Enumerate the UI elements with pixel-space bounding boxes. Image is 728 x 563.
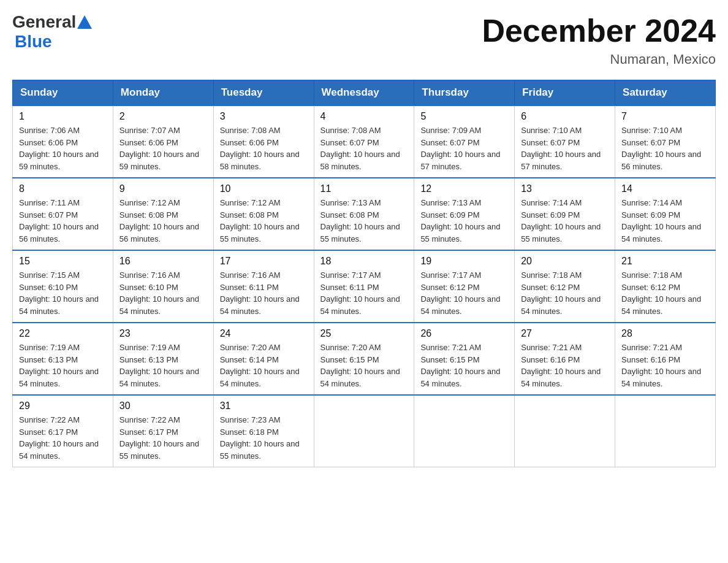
calendar-cell: 24Sunrise: 7:20 AMSunset: 6:14 PMDayligh… <box>213 323 314 395</box>
calendar-cell: 29Sunrise: 7:22 AMSunset: 6:17 PMDayligh… <box>13 395 113 467</box>
day-info: Sunrise: 7:17 AMSunset: 6:11 PMDaylight:… <box>320 269 408 317</box>
day-info: Sunrise: 7:08 AMSunset: 6:07 PMDaylight:… <box>320 124 408 172</box>
day-info: Sunrise: 7:21 AMSunset: 6:16 PMDaylight:… <box>521 342 609 389</box>
day-number: 9 <box>119 183 207 194</box>
calendar-cell: 15Sunrise: 7:15 AMSunset: 6:10 PMDayligh… <box>13 250 113 323</box>
day-info: Sunrise: 7:20 AMSunset: 6:15 PMDaylight:… <box>320 342 408 389</box>
calendar-cell: 3Sunrise: 7:08 AMSunset: 6:06 PMDaylight… <box>213 105 314 178</box>
day-number: 17 <box>220 256 308 267</box>
col-tuesday: Tuesday <box>213 80 314 106</box>
day-info: Sunrise: 7:12 AMSunset: 6:08 PMDaylight:… <box>220 197 308 245</box>
calendar-cell: 21Sunrise: 7:18 AMSunset: 6:12 PMDayligh… <box>615 250 716 323</box>
day-info: Sunrise: 7:19 AMSunset: 6:13 PMDaylight:… <box>119 342 207 389</box>
day-number: 31 <box>220 400 308 412</box>
day-number: 4 <box>320 111 408 122</box>
day-info: Sunrise: 7:06 AMSunset: 6:06 PMDaylight:… <box>19 124 107 172</box>
day-number: 15 <box>19 256 107 267</box>
calendar-cell: 28Sunrise: 7:21 AMSunset: 6:16 PMDayligh… <box>615 323 716 395</box>
calendar-cell: 18Sunrise: 7:17 AMSunset: 6:11 PMDayligh… <box>314 250 414 323</box>
day-number: 19 <box>420 256 508 267</box>
day-info: Sunrise: 7:18 AMSunset: 6:12 PMDaylight:… <box>621 269 709 317</box>
day-info: Sunrise: 7:16 AMSunset: 6:10 PMDaylight:… <box>119 269 207 317</box>
day-number: 20 <box>521 256 609 267</box>
day-info: Sunrise: 7:13 AMSunset: 6:08 PMDaylight:… <box>320 197 408 245</box>
page-header: General Blue December 2024 Numaran, Mexi… <box>12 12 716 67</box>
day-number: 29 <box>19 400 107 412</box>
calendar-cell: 9Sunrise: 7:12 AMSunset: 6:08 PMDaylight… <box>113 178 213 250</box>
day-info: Sunrise: 7:19 AMSunset: 6:13 PMDaylight:… <box>19 342 107 389</box>
location-text: Numaran, Mexico <box>482 52 716 67</box>
header-row: Sunday Monday Tuesday Wednesday Thursday… <box>13 80 716 106</box>
day-info: Sunrise: 7:09 AMSunset: 6:07 PMDaylight:… <box>420 124 508 172</box>
calendar-week-row: 1Sunrise: 7:06 AMSunset: 6:06 PMDaylight… <box>13 105 716 178</box>
day-info: Sunrise: 7:14 AMSunset: 6:09 PMDaylight:… <box>521 197 609 245</box>
calendar-cell: 11Sunrise: 7:13 AMSunset: 6:08 PMDayligh… <box>314 178 414 250</box>
day-number: 11 <box>320 183 408 194</box>
day-number: 7 <box>621 111 709 122</box>
day-info: Sunrise: 7:21 AMSunset: 6:15 PMDaylight:… <box>420 342 508 389</box>
day-number: 24 <box>220 328 308 339</box>
calendar-cell: 5Sunrise: 7:09 AMSunset: 6:07 PMDaylight… <box>414 105 515 178</box>
calendar-cell: 31Sunrise: 7:23 AMSunset: 6:18 PMDayligh… <box>213 395 314 467</box>
day-info: Sunrise: 7:22 AMSunset: 6:17 PMDaylight:… <box>119 414 207 462</box>
day-info: Sunrise: 7:15 AMSunset: 6:10 PMDaylight:… <box>19 269 107 317</box>
day-number: 25 <box>320 328 408 339</box>
calendar-cell: 4Sunrise: 7:08 AMSunset: 6:07 PMDaylight… <box>314 105 414 178</box>
calendar-cell: 25Sunrise: 7:20 AMSunset: 6:15 PMDayligh… <box>314 323 414 395</box>
day-info: Sunrise: 7:18 AMSunset: 6:12 PMDaylight:… <box>521 269 609 317</box>
calendar-cell: 19Sunrise: 7:17 AMSunset: 6:12 PMDayligh… <box>414 250 515 323</box>
day-number: 16 <box>119 256 207 267</box>
col-thursday: Thursday <box>414 80 515 106</box>
day-number: 5 <box>420 111 508 122</box>
calendar-cell: 23Sunrise: 7:19 AMSunset: 6:13 PMDayligh… <box>113 323 213 395</box>
calendar-cell: 1Sunrise: 7:06 AMSunset: 6:06 PMDaylight… <box>13 105 113 178</box>
calendar-cell: 26Sunrise: 7:21 AMSunset: 6:15 PMDayligh… <box>414 323 515 395</box>
calendar-cell: 27Sunrise: 7:21 AMSunset: 6:16 PMDayligh… <box>515 323 615 395</box>
col-monday: Monday <box>113 80 213 106</box>
col-saturday: Saturday <box>615 80 716 106</box>
calendar-cell: 14Sunrise: 7:14 AMSunset: 6:09 PMDayligh… <box>615 178 716 250</box>
day-number: 8 <box>19 183 107 194</box>
calendar-cell: 12Sunrise: 7:13 AMSunset: 6:09 PMDayligh… <box>414 178 515 250</box>
calendar-cell: 30Sunrise: 7:22 AMSunset: 6:17 PMDayligh… <box>113 395 213 467</box>
calendar-cell <box>314 395 414 467</box>
logo-general-text: General <box>12 12 76 32</box>
logo-triangle-icon <box>77 15 92 29</box>
day-number: 12 <box>420 183 508 194</box>
day-info: Sunrise: 7:21 AMSunset: 6:16 PMDaylight:… <box>621 342 709 389</box>
day-info: Sunrise: 7:10 AMSunset: 6:07 PMDaylight:… <box>521 124 609 172</box>
day-number: 22 <box>19 328 107 339</box>
logo-blue-text: Blue <box>15 32 93 52</box>
day-number: 30 <box>119 400 207 412</box>
day-info: Sunrise: 7:07 AMSunset: 6:06 PMDaylight:… <box>119 124 207 172</box>
day-number: 18 <box>320 256 408 267</box>
day-number: 2 <box>119 111 207 122</box>
day-number: 6 <box>521 111 609 122</box>
day-info: Sunrise: 7:11 AMSunset: 6:07 PMDaylight:… <box>19 197 107 245</box>
calendar-cell: 22Sunrise: 7:19 AMSunset: 6:13 PMDayligh… <box>13 323 113 395</box>
col-friday: Friday <box>515 80 615 106</box>
day-number: 26 <box>420 328 508 339</box>
day-info: Sunrise: 7:14 AMSunset: 6:09 PMDaylight:… <box>621 197 709 245</box>
day-number: 1 <box>19 111 107 122</box>
day-number: 23 <box>119 328 207 339</box>
day-number: 10 <box>220 183 308 194</box>
day-info: Sunrise: 7:23 AMSunset: 6:18 PMDaylight:… <box>220 414 308 462</box>
calendar-cell <box>515 395 615 467</box>
day-info: Sunrise: 7:10 AMSunset: 6:07 PMDaylight:… <box>621 124 709 172</box>
calendar-cell: 6Sunrise: 7:10 AMSunset: 6:07 PMDaylight… <box>515 105 615 178</box>
calendar-week-row: 29Sunrise: 7:22 AMSunset: 6:17 PMDayligh… <box>13 395 716 467</box>
day-info: Sunrise: 7:20 AMSunset: 6:14 PMDaylight:… <box>220 342 308 389</box>
calendar-cell: 16Sunrise: 7:16 AMSunset: 6:10 PMDayligh… <box>113 250 213 323</box>
calendar-cell: 8Sunrise: 7:11 AMSunset: 6:07 PMDaylight… <box>13 178 113 250</box>
month-title: December 2024 <box>482 12 716 49</box>
day-info: Sunrise: 7:22 AMSunset: 6:17 PMDaylight:… <box>19 414 107 462</box>
day-number: 13 <box>521 183 609 194</box>
day-number: 3 <box>220 111 308 122</box>
calendar-cell: 7Sunrise: 7:10 AMSunset: 6:07 PMDaylight… <box>615 105 716 178</box>
calendar-header: Sunday Monday Tuesday Wednesday Thursday… <box>13 80 716 106</box>
title-section: December 2024 Numaran, Mexico <box>482 12 716 67</box>
calendar-cell <box>414 395 515 467</box>
calendar-cell: 17Sunrise: 7:16 AMSunset: 6:11 PMDayligh… <box>213 250 314 323</box>
col-wednesday: Wednesday <box>314 80 414 106</box>
